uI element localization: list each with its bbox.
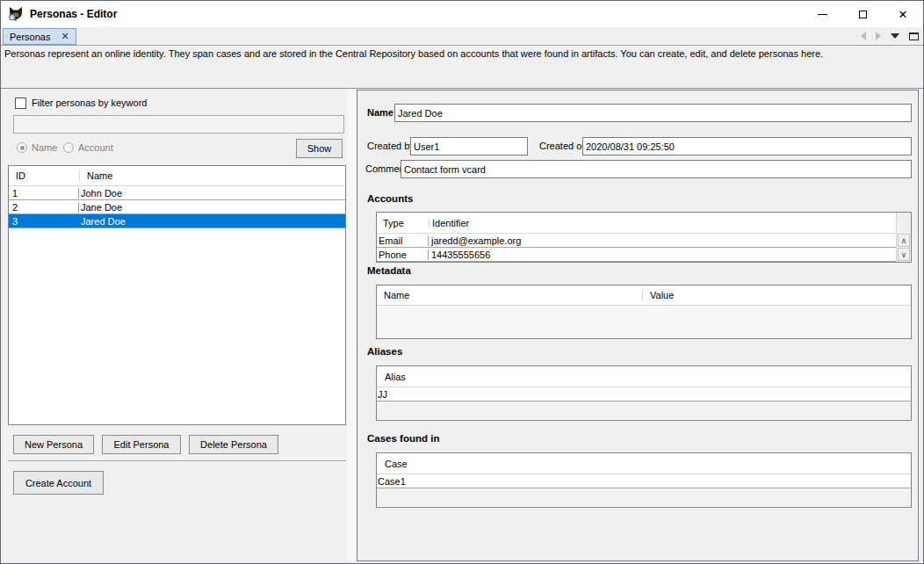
edit-persona-button[interactable]: Edit Persona	[102, 435, 181, 454]
name-radio[interactable]	[17, 142, 27, 153]
cases-table: Case Case1	[376, 452, 912, 508]
delete-persona-button[interactable]: Delete Persona	[189, 435, 278, 454]
persona-id: 2	[9, 202, 79, 213]
aliases-table: Alias JJ	[376, 365, 912, 421]
alias-row[interactable]: JJ	[377, 387, 911, 401]
create-account-button[interactable]: Create Account	[13, 471, 104, 495]
accounts-table: Type Identifier Email jaredd@example.org…	[376, 212, 912, 263]
personas-editor-window: Personas - Editor ✕ Personas ✕ Personas …	[0, 0, 924, 564]
new-persona-button[interactable]: New Persona	[13, 435, 94, 454]
scroll-down-icon: ∨	[901, 250, 907, 259]
comment-input[interactable]	[401, 160, 912, 178]
persona-row[interactable]: 2 Jane Doe	[9, 200, 345, 214]
tab-bar: Personas ✕	[1, 27, 923, 46]
persona-id: 3	[9, 216, 79, 227]
account-type: Email	[377, 235, 429, 246]
persona-name: Jane Doe	[79, 202, 122, 213]
minimize-button[interactable]	[802, 1, 842, 27]
accounts-scrollbar[interactable]: ∧ ∨	[896, 213, 911, 262]
filter-checkbox-label: Filter personas by keyword	[32, 98, 147, 108]
tab-list-dropdown-icon[interactable]	[891, 33, 899, 39]
cases-table-header: Case	[377, 453, 911, 474]
scroll-tabs-right-icon[interactable]	[876, 32, 881, 40]
persona-id: 1	[9, 188, 79, 199]
column-header-name[interactable]: Name	[377, 290, 642, 300]
scroll-tabs-left-icon[interactable]	[861, 32, 866, 40]
window-controls: ✕	[802, 1, 923, 27]
account-row[interactable]: Email jaredd@example.org	[377, 234, 896, 248]
column-header-id[interactable]: ID	[9, 170, 79, 181]
persona-row-selected[interactable]: 3 Jared Doe	[9, 214, 345, 228]
scroll-down-button[interactable]: ∨	[898, 248, 910, 261]
persona-name: John Doe	[79, 188, 122, 199]
autopsy-app-icon	[8, 6, 24, 22]
column-header-value[interactable]: Value	[642, 290, 674, 300]
created-on-input[interactable]	[582, 137, 912, 155]
column-header-alias[interactable]: Alias	[385, 372, 406, 382]
account-identifier: 14435555656	[429, 249, 490, 260]
aliases-empty-area	[377, 401, 911, 419]
window-title: Personas - Editor	[30, 8, 117, 20]
description-panel: Personas represent an online identity. T…	[1, 46, 923, 89]
maximize-view-icon[interactable]	[909, 33, 919, 40]
account-row[interactable]: Phone 14435555656	[377, 248, 896, 262]
account-radio-label: Account	[78, 142, 113, 153]
filter-checkbox[interactable]	[15, 98, 26, 109]
cases-empty-area	[377, 488, 911, 506]
persona-name: Jared Doe	[79, 216, 126, 227]
account-type: Phone	[377, 249, 429, 260]
alias-value: JJ	[378, 389, 387, 400]
scroll-up-button[interactable]: ∧	[898, 234, 910, 247]
accounts-table-header: Type Identifier	[377, 213, 911, 234]
aliases-heading: Aliases	[367, 346, 402, 357]
aliases-table-header: Alias	[377, 366, 911, 387]
column-header-case[interactable]: Case	[385, 459, 408, 469]
name-label: Name:	[367, 107, 397, 118]
personas-table-header: ID Name	[9, 166, 345, 186]
case-row[interactable]: Case1	[377, 474, 911, 488]
persona-name-input[interactable]	[394, 104, 912, 122]
metadata-heading: Metadata	[367, 265, 411, 276]
filter-keyword-input[interactable]	[13, 115, 344, 134]
cases-heading: Cases found in	[367, 433, 439, 444]
account-identifier: jaredd@example.org	[429, 235, 521, 246]
personas-table: ID Name 1 John Doe 2 Jane Doe 3 Jared Do…	[8, 165, 346, 425]
metadata-table-header: Name Value	[377, 286, 911, 306]
accounts-heading: Accounts	[367, 193, 413, 204]
column-header-type[interactable]: Type	[377, 218, 429, 228]
account-radio[interactable]	[63, 142, 74, 153]
tab-personas-label: Personas	[10, 32, 50, 42]
tab-personas[interactable]: Personas ✕	[3, 28, 76, 45]
tab-close-icon[interactable]: ✕	[61, 32, 69, 41]
metadata-empty-body	[377, 306, 911, 338]
name-radio-label: Name	[32, 142, 57, 153]
persona-row[interactable]: 1 John Doe	[9, 186, 345, 200]
column-header-identifier[interactable]: Identifier	[429, 218, 469, 228]
close-icon: ✕	[899, 9, 908, 20]
show-button[interactable]: Show	[296, 139, 343, 158]
persona-details-panel: Name: Created by: Created on: Comment: A…	[357, 90, 919, 561]
panel-splitter[interactable]	[347, 90, 357, 561]
close-button[interactable]: ✕	[883, 1, 923, 27]
column-header-name[interactable]: Name	[79, 170, 112, 181]
maximize-button[interactable]	[842, 1, 883, 27]
case-value: Case1	[378, 476, 406, 487]
tab-bar-controls	[861, 27, 919, 45]
left-panel-separator	[8, 460, 346, 461]
description-text: Personas represent an online identity. T…	[4, 48, 823, 59]
title-bar: Personas - Editor ✕	[1, 1, 923, 27]
created-by-input[interactable]	[410, 137, 528, 155]
scroll-up-icon: ∧	[901, 236, 907, 245]
metadata-table: Name Value	[376, 285, 912, 339]
minimize-icon	[818, 14, 827, 15]
maximize-icon	[859, 11, 867, 18]
name-radio-dot	[20, 146, 25, 150]
